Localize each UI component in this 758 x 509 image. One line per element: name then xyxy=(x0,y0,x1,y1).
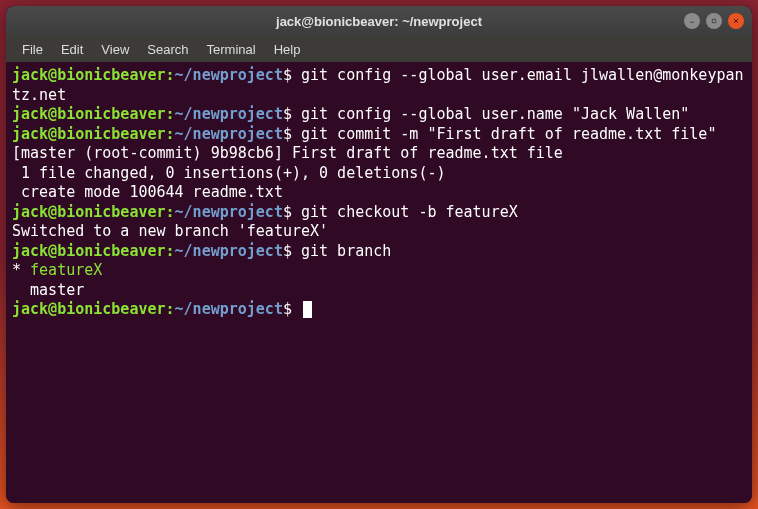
prompt-colon: : xyxy=(166,203,175,221)
prompt-dollar: $ xyxy=(283,125,292,143)
current-branch: featureX xyxy=(30,261,102,279)
output-line: [master (root-commit) 9b98cb6] First dra… xyxy=(12,144,746,164)
prompt-path: ~/newproject xyxy=(175,66,283,84)
close-button[interactable] xyxy=(728,13,744,29)
terminal-line: jack@bionicbeaver:~/newproject$ git chec… xyxy=(12,203,746,223)
prompt-dollar: $ xyxy=(283,66,292,84)
maximize-icon xyxy=(711,18,717,24)
command-text xyxy=(292,300,301,318)
terminal-line: jack@bionicbeaver:~/newproject$ xyxy=(12,300,746,320)
prompt-path: ~/newproject xyxy=(175,105,283,123)
prompt-dollar: $ xyxy=(283,203,292,221)
terminal-line: jack@bionicbeaver:~/newproject$ git bran… xyxy=(12,242,746,262)
command-text: git checkout -b featureX xyxy=(292,203,518,221)
output-line: Switched to a new branch 'featureX' xyxy=(12,222,746,242)
prompt-dollar: $ xyxy=(283,242,292,260)
close-icon xyxy=(733,18,739,24)
prompt-user: jack@bionicbeaver xyxy=(12,125,166,143)
command-text: git commit -m "First draft of readme.txt… xyxy=(292,125,716,143)
cursor-block xyxy=(303,301,312,318)
output-line: create mode 100644 readme.txt xyxy=(12,183,746,203)
terminal-line: jack@bionicbeaver:~/newproject$ git conf… xyxy=(12,66,746,105)
output-line: master xyxy=(12,281,746,301)
prompt-path: ~/newproject xyxy=(175,203,283,221)
prompt-user: jack@bionicbeaver xyxy=(12,66,166,84)
prompt-user: jack@bionicbeaver xyxy=(12,242,166,260)
output-line: 1 file changed, 0 insertions(+), 0 delet… xyxy=(12,164,746,184)
titlebar[interactable]: jack@bionicbeaver: ~/newproject xyxy=(6,6,752,36)
prompt-colon: : xyxy=(166,125,175,143)
menu-file[interactable]: File xyxy=(14,39,51,60)
svg-rect-1 xyxy=(712,19,716,23)
menu-view[interactable]: View xyxy=(93,39,137,60)
menu-edit[interactable]: Edit xyxy=(53,39,91,60)
prompt-path: ~/newproject xyxy=(175,300,283,318)
command-text: git branch xyxy=(292,242,391,260)
window-title: jack@bionicbeaver: ~/newproject xyxy=(276,14,482,29)
prompt-colon: : xyxy=(166,242,175,260)
prompt-user: jack@bionicbeaver xyxy=(12,203,166,221)
terminal-window: jack@bionicbeaver: ~/newproject File Edi… xyxy=(6,6,752,503)
maximize-button[interactable] xyxy=(706,13,722,29)
prompt-dollar: $ xyxy=(283,105,292,123)
prompt-user: jack@bionicbeaver xyxy=(12,105,166,123)
prompt-path: ~/newproject xyxy=(175,242,283,260)
minimize-button[interactable] xyxy=(684,13,700,29)
prompt-user: jack@bionicbeaver xyxy=(12,300,166,318)
prompt-dollar: $ xyxy=(283,300,292,318)
terminal-line: jack@bionicbeaver:~/newproject$ git conf… xyxy=(12,105,746,125)
window-controls xyxy=(684,13,744,29)
menu-search[interactable]: Search xyxy=(139,39,196,60)
terminal-body[interactable]: jack@bionicbeaver:~/newproject$ git conf… xyxy=(6,62,752,503)
minimize-icon xyxy=(689,18,695,24)
terminal-line: jack@bionicbeaver:~/newproject$ git comm… xyxy=(12,125,746,145)
menu-help[interactable]: Help xyxy=(266,39,309,60)
prompt-colon: : xyxy=(166,300,175,318)
menu-terminal[interactable]: Terminal xyxy=(199,39,264,60)
output-line: * featureX xyxy=(12,261,746,281)
prompt-path: ~/newproject xyxy=(175,125,283,143)
prompt-colon: : xyxy=(166,66,175,84)
command-text: git config --global user.name "Jack Wall… xyxy=(292,105,689,123)
branch-marker: * xyxy=(12,261,30,279)
menubar: File Edit View Search Terminal Help xyxy=(6,36,752,62)
prompt-colon: : xyxy=(166,105,175,123)
